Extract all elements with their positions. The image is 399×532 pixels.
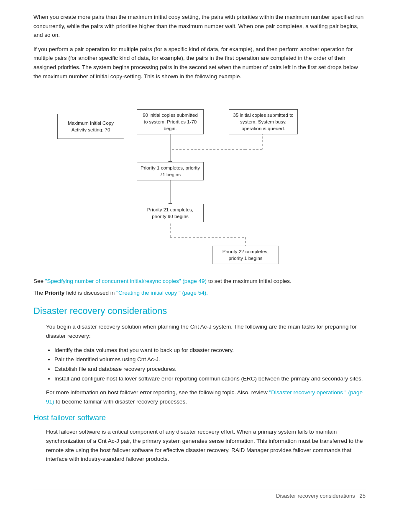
diagram-box1: Maximum Initial Copy Activity setting: 7… xyxy=(57,114,124,139)
footer-page: 25 xyxy=(360,493,366,499)
bullet-4: Install and configure host failover soft… xyxy=(54,374,366,384)
disaster-section-heading: Disaster recovery considerations xyxy=(33,306,366,316)
disaster-section-body: You begin a disaster recovery solution w… xyxy=(46,322,366,406)
more-info: For more information on host failover er… xyxy=(46,388,366,406)
see-text: See "Specifying number of concurrent ini… xyxy=(33,277,366,286)
bullet-2: Pair the identified volumes using Cnt Ac… xyxy=(54,355,366,365)
priority-prefix: The xyxy=(33,290,45,296)
footer: Disaster recovery considerations 25 xyxy=(33,489,366,499)
link-creating[interactable]: "Creating the initial copy " (page 54). xyxy=(116,290,208,296)
bullet-1: Identify the data volumes that you want … xyxy=(54,346,366,355)
diagram-box4: Priority 1 completes, priority 71 begins xyxy=(137,162,204,180)
see-prefix: See xyxy=(33,278,45,284)
more-info-prefix: For more information on host failover er… xyxy=(46,389,269,396)
bullet-3: Establish file and database recovery pro… xyxy=(54,365,366,374)
priority-text: The Priority field is discussed in "Crea… xyxy=(33,288,366,298)
priority-bold: Priority xyxy=(45,290,64,296)
diagram: Maximum Initial Copy Activity setting: 7… xyxy=(53,91,346,267)
disaster-bullets: Identify the data volumes that you want … xyxy=(54,346,366,384)
more-info-suffix: to become familiar with disaster recover… xyxy=(54,398,187,405)
diagram-box3: 35 initial copies submitted to system. S… xyxy=(229,109,298,134)
footer-label: Disaster recovery considerations xyxy=(276,493,355,499)
diagram-box6: Priority 22 completes, priority 1 begins xyxy=(212,246,279,264)
disaster-intro: You begin a disaster recovery solution w… xyxy=(46,322,366,340)
host-section-body: Host failover software is a critical com… xyxy=(46,427,366,463)
see-middle: to set the maximum initial copies. xyxy=(207,278,292,284)
intro-para2: If you perform a pair operation for mult… xyxy=(33,45,366,81)
priority-middle: field is discussed in xyxy=(64,290,116,296)
link-specifying[interactable]: "Specifying number of concurrent initial… xyxy=(45,278,207,284)
host-body: Host failover software is a critical com… xyxy=(46,427,366,463)
intro-para1: When you create more pairs than the maxi… xyxy=(33,13,366,40)
diagram-box5: Priority 21 completes, priority 90 begin… xyxy=(137,204,204,222)
diagram-box2: 90 initial copies submitted to system. P… xyxy=(137,109,204,134)
host-section-heading: Host failover software xyxy=(33,414,366,422)
